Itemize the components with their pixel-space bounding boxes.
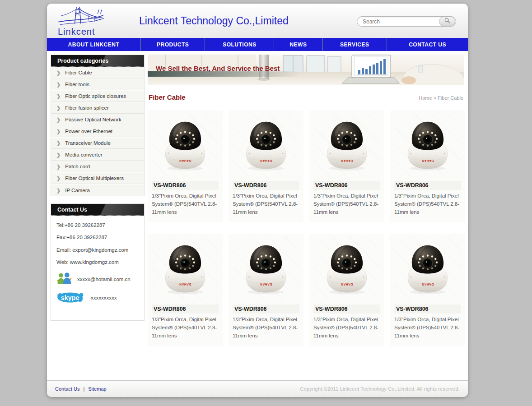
product-image[interactable]: DAHAN [394, 237, 461, 301]
footer-contact-us-link[interactable]: Contact Us [55, 386, 79, 392]
chevron-right-icon: ❯ [56, 185, 61, 196]
chevron-right-icon: ❯ [56, 90, 61, 102]
svg-text:DAHAN: DAHAN [260, 283, 272, 286]
chevron-right-icon: ❯ [56, 102, 61, 114]
sidebar-category-item[interactable]: ❯ Fiber Optic splice closures [51, 90, 144, 102]
page-title: Fiber Cable [149, 93, 186, 101]
product-card[interactable]: DAHAN VS-WDR806 1/3"Pixim Orca, Digital … [390, 234, 465, 346]
main: We Sell the Best, And Service the Best F… [148, 55, 464, 377]
product-image[interactable]: DAHAN [313, 237, 380, 301]
product-name[interactable]: VS-WDR806 [233, 181, 299, 190]
product-name[interactable]: VS-WDR806 [313, 181, 380, 190]
sidebar-category-item[interactable]: ❯ Passive Optical Network [51, 114, 144, 125]
category-label: Fiber fusion splicer [65, 102, 109, 114]
product-name[interactable]: VS-WDR806 [394, 304, 461, 314]
sidebar-category-item[interactable]: ❯ Power over Ethernet [51, 125, 144, 137]
product-image[interactable]: DAHAN [313, 113, 380, 177]
chevron-right-icon: ❯ [56, 67, 61, 78]
contact-fax: Fax:+86 20 39262287 [56, 233, 140, 241]
product-name[interactable]: VS-WDR806 [233, 304, 299, 314]
product-card[interactable]: DAHAN VS-WDR806 1/3"Pixim Orca, Digital … [309, 111, 384, 222]
chevron-right-icon: ❯ [56, 125, 61, 137]
dome-camera-photo: DAHAN [321, 241, 373, 297]
footer: Contact Us | Sitemap Copyright ©2011 Lin… [47, 380, 468, 397]
dome-camera-photo: DAHAN [159, 117, 211, 173]
dome-camera-photo: DAHAN [402, 241, 453, 297]
product-grid: DAHAN VS-WDR806 1/3"Pixim Orca, Digital … [148, 106, 464, 346]
product-description: 1/3"Pixim Orca, Digital Pixel System® (D… [233, 192, 299, 216]
footer-sitemap-link[interactable]: Sitemap [88, 386, 106, 392]
sidebar-category-item[interactable]: ❯ Transceiver Module [51, 137, 144, 149]
breadcrumb-home-link[interactable]: Home [419, 95, 432, 101]
product-name[interactable]: VS-WDR806 [152, 181, 219, 190]
nav-item[interactable]: SERVICES [322, 38, 387, 51]
product-image[interactable]: DAHAN [152, 237, 219, 301]
search-input[interactable] [357, 17, 439, 26]
search-button[interactable] [439, 17, 455, 26]
nav-item[interactable]: NEWS [274, 38, 322, 51]
category-label: Fiber tools [65, 78, 89, 90]
chevron-right-icon: ❯ [56, 172, 61, 184]
product-name[interactable]: VS-WDR806 [394, 181, 461, 190]
dome-camera-photo: DAHAN [240, 117, 292, 173]
sidebar-category-item[interactable]: ❯ IP Camera [51, 184, 144, 196]
product-card[interactable]: DAHAN VS-WDR806 1/3"Pixim Orca, Digital … [148, 111, 223, 222]
nav-item[interactable]: ABOUT LINKCENT [47, 38, 140, 51]
dome-camera-photo: DAHAN [402, 117, 453, 173]
skype-icon: skype [56, 292, 85, 304]
company-title: Linkcent Technology Co.,Limited [139, 15, 289, 27]
product-image[interactable]: DAHAN [394, 113, 461, 177]
sidebar-category-item[interactable]: ❯ Patch cord [51, 161, 144, 172]
skype-account: xxxxxxxxxx [91, 295, 117, 300]
product-card[interactable]: DAHAN VS-WDR806 1/3"Pixim Orca, Digital … [229, 234, 303, 346]
product-description: 1/3"Pixim Orca, Digital Pixel System® (D… [152, 192, 219, 216]
product-card[interactable]: DAHAN VS-WDR806 1/3"Pixim Orca, Digital … [390, 111, 465, 222]
product-image[interactable]: DAHAN [233, 237, 299, 301]
category-label: Fiber Optic splice closures [65, 90, 126, 102]
category-label: Patch cord [65, 161, 90, 172]
banner-image: We Sell the Best, And Service the Best [148, 55, 464, 85]
chevron-right-icon: ❯ [56, 78, 61, 90]
product-description: 1/3"Pixim Orca, Digital Pixel System® (D… [313, 316, 380, 340]
product-description: 1/3"Pixim Orca, Digital Pixel System® (D… [394, 192, 461, 216]
product-card[interactable]: DAHAN VS-WDR806 1/3"Pixim Orca, Digital … [309, 234, 384, 346]
svg-text:DAHAN: DAHAN [422, 283, 434, 286]
copyright-text: Copyright ©2011 Linkcent Technology Co.,… [300, 386, 460, 392]
chevron-right-icon: ❯ [56, 149, 61, 161]
category-label: Fiber Cable [65, 67, 92, 78]
nav-item[interactable]: CONTACT US [387, 38, 468, 51]
svg-text:DAHAN: DAHAN [422, 159, 434, 162]
search-box [357, 16, 456, 27]
chevron-right-icon: ❯ [56, 114, 61, 125]
svg-text:DAHAN: DAHAN [179, 283, 191, 286]
product-image[interactable]: DAHAN [152, 113, 219, 177]
contact-web: Web: www.kingdomgz.com [56, 258, 140, 266]
product-name[interactable]: VS-WDR806 [313, 304, 380, 314]
msn-icon [56, 272, 72, 286]
sidebar-category-item[interactable]: ❯ Fiber fusion splicer [51, 102, 144, 114]
contact-tel: Tel:+86 20 39262287 [56, 221, 140, 229]
breadcrumb: Home > Fiber Cable [419, 95, 463, 101]
logo[interactable]: Linkcent [53, 5, 117, 37]
breadcrumb-separator: > [434, 95, 436, 101]
category-label: IP Camera [65, 185, 90, 196]
sidebar-category-item[interactable]: ❯ Fiber tools [51, 78, 144, 90]
sidebar-category-item[interactable]: ❯ Fiber Cable [51, 67, 144, 78]
category-label: Transceiver Module [65, 137, 111, 149]
contact-email: Email: export@kingdomgz.com [56, 246, 140, 254]
dome-camera-photo: DAHAN [240, 241, 292, 297]
product-card[interactable]: DAHAN VS-WDR806 1/3"Pixim Orca, Digital … [148, 234, 223, 346]
svg-text:DAHAN: DAHAN [341, 159, 353, 162]
nav-item[interactable]: PRODUCTS [140, 38, 205, 51]
contact-body: Tel:+86 20 39262287 Fax:+86 20 39262287 … [51, 216, 144, 320]
product-card[interactable]: DAHAN VS-WDR806 1/3"Pixim Orca, Digital … [229, 111, 303, 222]
product-image[interactable]: DAHAN [233, 113, 299, 177]
sidebar-category-item[interactable]: ❯ Media converter [51, 149, 144, 161]
banner-slogan: We Sell the Best, And Service the Best [156, 65, 280, 72]
product-name[interactable]: VS-WDR806 [152, 304, 219, 314]
dome-camera-photo: DAHAN [321, 117, 373, 173]
msn-account: xxxxx@hotamil.com.cn [77, 277, 131, 282]
category-label: Power over Ethernet [65, 125, 112, 137]
nav-item[interactable]: SOLUTIONS [205, 38, 274, 51]
sidebar-category-item[interactable]: ❯ Fiber Optical Multiplexers [51, 172, 144, 184]
